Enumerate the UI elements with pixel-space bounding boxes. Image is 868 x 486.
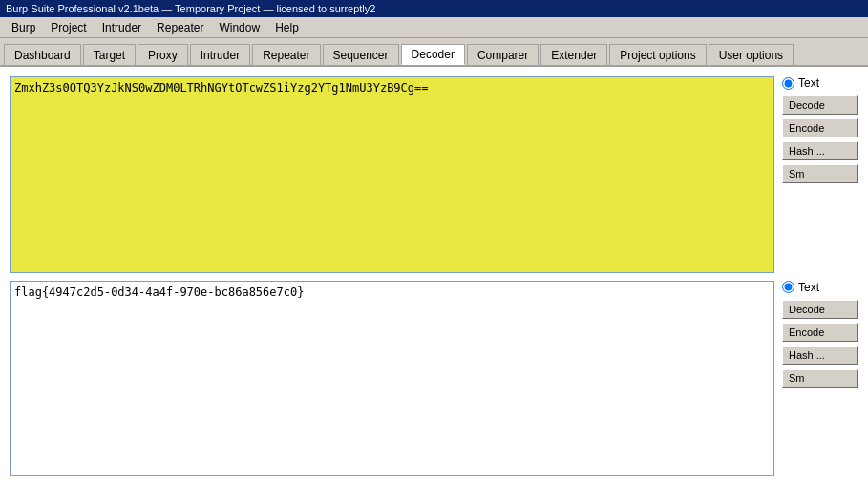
tab-project-options[interactable]: Project options (609, 44, 706, 65)
menu-window[interactable]: Window (211, 19, 267, 36)
menu-bar: Burp Project Intruder Repeater Window He… (0, 17, 868, 38)
bottom-text-label: Text (798, 281, 819, 294)
top-sm-btn[interactable]: Sm (782, 164, 858, 183)
top-encode-btn[interactable]: Encode (782, 118, 858, 137)
bottom-hash-btn[interactable]: Hash ... (782, 346, 858, 365)
top-text-label: Text (798, 76, 819, 90)
top-sidebar-section: Text Decode Encode Hash ... Sm (782, 76, 858, 273)
sidebar-divider (782, 273, 858, 281)
panels-container: ZmxhZ3s0OTQ3YzJkNS0wZDM0LTRhNGYtOTcwZS1i… (10, 76, 774, 476)
bottom-panel: flag{4947c2d5-0d34-4a4f-970e-bc86a856e7c… (10, 281, 774, 477)
tab-extender[interactable]: Extender (540, 44, 607, 65)
tab-intruder[interactable]: Intruder (190, 44, 250, 65)
menu-repeater[interactable]: Repeater (149, 19, 211, 36)
bottom-panel-textarea[interactable]: flag{4947c2d5-0d34-4a4f-970e-bc86a856e7c… (11, 282, 773, 476)
menu-burp[interactable]: Burp (4, 19, 43, 36)
title-bar: Burp Suite Professional v2.1beta — Tempo… (0, 0, 868, 17)
tab-decoder[interactable]: Decoder (401, 44, 465, 65)
top-panel-textarea[interactable]: ZmxhZ3s0OTQ3YzJkNS0wZDM0LTRhNGYtOTcwZS1i… (11, 77, 773, 272)
menu-project[interactable]: Project (43, 19, 94, 36)
title-text: Burp Suite Professional v2.1beta — Tempo… (6, 3, 375, 14)
tab-repeater[interactable]: Repeater (252, 44, 320, 65)
menu-help[interactable]: Help (267, 19, 307, 36)
tab-bar: Dashboard Target Proxy Intruder Repeater… (0, 38, 868, 67)
top-text-radio-label[interactable]: Text (782, 76, 858, 90)
top-text-radio[interactable] (782, 77, 794, 90)
tab-comparer[interactable]: Comparer (467, 44, 539, 65)
bottom-decode-btn[interactable]: Decode (782, 300, 858, 319)
top-panel: ZmxhZ3s0OTQ3YzJkNS0wZDM0LTRhNGYtOTcwZS1i… (10, 76, 774, 273)
main-content: ZmxhZ3s0OTQ3YzJkNS0wZDM0LTRhNGYtOTcwZS1i… (0, 67, 868, 486)
tab-user-options[interactable]: User options (709, 44, 794, 65)
tab-dashboard[interactable]: Dashboard (4, 44, 81, 65)
tab-target[interactable]: Target (83, 44, 136, 65)
right-sidebar: Text Decode Encode Hash ... Sm Text Deco… (782, 76, 858, 476)
menu-intruder[interactable]: Intruder (95, 19, 149, 36)
tab-sequencer[interactable]: Sequencer (323, 44, 399, 65)
bottom-sm-btn[interactable]: Sm (782, 369, 858, 388)
bottom-text-radio[interactable] (782, 281, 794, 293)
bottom-sidebar-section: Text Decode Encode Hash ... Sm (782, 281, 858, 477)
bottom-text-radio-label[interactable]: Text (782, 281, 858, 294)
top-hash-btn[interactable]: Hash ... (782, 141, 858, 160)
top-decode-btn[interactable]: Decode (782, 95, 858, 115)
bottom-encode-btn[interactable]: Encode (782, 323, 858, 342)
tab-proxy[interactable]: Proxy (138, 44, 188, 65)
